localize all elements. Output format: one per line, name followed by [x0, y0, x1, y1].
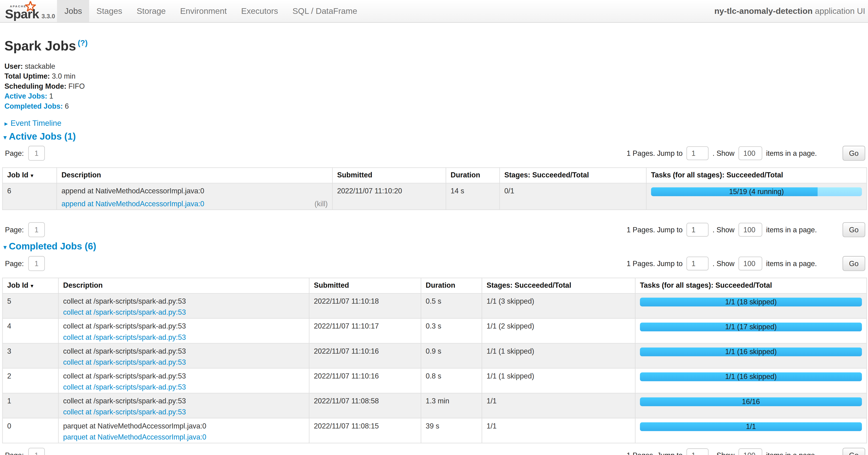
- jump-to-input[interactable]: [687, 256, 709, 270]
- go-button[interactable]: Go: [842, 256, 865, 271]
- event-timeline-toggle[interactable]: ▸Event Timeline: [4, 118, 865, 127]
- description-cell: collect at /spark-scripts/spark-ad.py:53…: [58, 293, 309, 318]
- column-header[interactable]: Tasks (for all stages): Succeeded/Total: [646, 168, 867, 183]
- tab-environment[interactable]: Environment: [173, 0, 234, 22]
- column-header[interactable]: Description: [57, 168, 332, 183]
- job-detail-link[interactable]: collect at /spark-scripts/spark-ad.py:53: [63, 383, 186, 391]
- pagination-row: Page: 1 Pages. Jump to . Show items in a…: [2, 222, 865, 237]
- summary-value: 3.0 min: [50, 72, 75, 80]
- nav-tabs: JobsStagesStorageEnvironmentExecutorsSQL…: [57, 0, 364, 22]
- go-button[interactable]: Go: [842, 448, 865, 455]
- items-text: items in a page.: [766, 149, 817, 157]
- sort-desc-icon: ▾: [31, 172, 33, 178]
- spark-brand[interactable]: APACHE Spark 3.3.0: [0, 0, 57, 22]
- stages-cell: 1/1 (1 skipped): [482, 343, 635, 368]
- column-header[interactable]: Description: [58, 278, 309, 293]
- page-input[interactable]: [28, 145, 45, 161]
- tab-storage[interactable]: Storage: [129, 0, 173, 22]
- column-header-label: Tasks (for all stages): Succeeded/Total: [640, 281, 772, 289]
- progress-label: 1/1 (16 skipped): [640, 347, 862, 357]
- column-header[interactable]: Duration: [446, 168, 499, 183]
- event-timeline-label: Event Timeline: [10, 118, 61, 127]
- page-input[interactable]: [28, 222, 45, 237]
- tab-jobs[interactable]: Jobs: [57, 0, 89, 22]
- description-sub-line: collect at /spark-scripts/spark-ad.py:53: [63, 408, 305, 417]
- column-header-label: Stages: Succeeded/Total: [487, 281, 571, 289]
- jump-to-input[interactable]: [687, 448, 709, 455]
- job-detail-link[interactable]: collect at /spark-scripts/spark-ad.py:53: [63, 308, 186, 316]
- summary-item: User: stackable: [4, 61, 865, 72]
- column-header[interactable]: Job Id▾: [3, 278, 59, 293]
- tasks-progress-bar: 1/1 (16 skipped): [640, 372, 862, 381]
- table-header-row: Job Id▾DescriptionSubmittedDurationStage…: [3, 278, 867, 293]
- jump-to-input[interactable]: [687, 223, 709, 236]
- description-cell: parquet at NativeMethodAccessorImpl.java…: [58, 418, 309, 443]
- duration-cell: 0.3 s: [421, 318, 482, 343]
- summary-item: Completed Jobs: 6: [4, 102, 865, 111]
- summary-label[interactable]: Completed Jobs:: [4, 102, 63, 110]
- description-cell: collect at /spark-scripts/spark-ad.py:53…: [58, 368, 309, 393]
- tab-executors[interactable]: Executors: [234, 0, 285, 22]
- description-cell: collect at /spark-scripts/spark-ad.py:53…: [58, 343, 309, 368]
- progress-label: 16/16: [640, 397, 862, 406]
- show-count-input[interactable]: [738, 146, 762, 160]
- pages-text: 1 Pages. Jump to: [626, 451, 683, 455]
- description-text: collect at /spark-scripts/spark-ad.py:53: [63, 322, 305, 331]
- description-text: collect at /spark-scripts/spark-ad.py:53: [63, 347, 305, 356]
- summary-label: User:: [4, 62, 23, 70]
- submitted-cell: 2022/11/07 11:10:20: [332, 183, 446, 210]
- column-header[interactable]: Job Id▾: [3, 168, 57, 183]
- app-name: ny-tlc-anomaly-detection: [714, 6, 812, 16]
- column-header[interactable]: Stages: Succeeded/Total: [499, 168, 646, 183]
- active-jobs-header[interactable]: ▾Active Jobs (1): [3, 132, 865, 143]
- tasks-progress-bar: 1/1 (17 skipped): [640, 322, 862, 331]
- description-sub-line: (kill)append at NativeMethodAccessorImpl…: [61, 199, 328, 208]
- job-detail-link[interactable]: collect at /spark-scripts/spark-ad.py:53: [63, 358, 186, 366]
- tab-sql-dataframe[interactable]: SQL / DataFrame: [285, 0, 365, 22]
- job-detail-link[interactable]: parquet at NativeMethodAccessorImpl.java…: [63, 433, 206, 441]
- job-detail-link[interactable]: collect at /spark-scripts/spark-ad.py:53: [63, 408, 186, 416]
- pagination-row: Page: 1 Pages. Jump to . Show items in a…: [2, 145, 865, 161]
- column-header[interactable]: Duration: [421, 278, 482, 293]
- column-header[interactable]: Submitted: [309, 278, 421, 293]
- stages-cell: 1/1 (2 skipped): [482, 318, 635, 343]
- jump-to-input[interactable]: [687, 146, 709, 160]
- job-detail-link[interactable]: append at NativeMethodAccessorImpl.java:…: [61, 199, 204, 208]
- tasks-cell: 1/1 (17 skipped): [635, 318, 867, 343]
- page-input[interactable]: [28, 256, 45, 271]
- show-count-input[interactable]: [738, 223, 762, 236]
- summary-value: 1: [47, 92, 53, 100]
- active-jobs-table: Job Id▾DescriptionSubmittedDurationStage…: [2, 167, 867, 210]
- app-title-suffix: application UI: [813, 6, 865, 16]
- show-count-input[interactable]: [738, 448, 762, 455]
- stages-cell: 1/1 (3 skipped): [482, 293, 635, 318]
- job-id-cell: 4: [3, 318, 59, 343]
- summary-item: Active Jobs: 1: [4, 91, 865, 102]
- description-text: collect at /spark-scripts/spark-ad.py:53: [63, 297, 305, 306]
- kill-link[interactable]: (kill): [315, 199, 328, 208]
- progress-label: 1/1: [640, 422, 862, 431]
- summary-item: Scheduling Mode: FIFO: [4, 81, 865, 91]
- stages-cell: 1/1 (1 skipped): [482, 368, 635, 393]
- go-button[interactable]: Go: [842, 145, 865, 161]
- column-header[interactable]: Tasks (for all stages): Succeeded/Total: [635, 278, 867, 293]
- summary-label: Total Uptime:: [4, 72, 50, 80]
- completed-jobs-header[interactable]: ▾Completed Jobs (6): [3, 241, 865, 253]
- description-sub-line: collect at /spark-scripts/spark-ad.py:53: [63, 333, 305, 342]
- page-input[interactable]: [28, 448, 45, 455]
- summary-label[interactable]: Active Jobs:: [4, 92, 48, 100]
- active-jobs-title: Active Jobs (1): [9, 132, 76, 142]
- show-count-input[interactable]: [738, 256, 762, 270]
- submitted-cell: 2022/11/07 11:10:16: [309, 368, 421, 393]
- column-header-label: Tasks (for all stages): Succeeded/Total: [651, 171, 783, 179]
- pagination-row: Page: 1 Pages. Jump to . Show items in a…: [2, 256, 865, 271]
- column-header[interactable]: Submitted: [332, 168, 446, 183]
- column-header[interactable]: Stages: Succeeded/Total: [482, 278, 635, 293]
- pager-controls: 1 Pages. Jump to . Show items in a page.…: [626, 222, 865, 237]
- job-detail-link[interactable]: collect at /spark-scripts/spark-ad.py:53: [63, 333, 186, 341]
- tab-stages[interactable]: Stages: [89, 0, 130, 22]
- go-button[interactable]: Go: [842, 222, 865, 237]
- items-text: items in a page.: [766, 225, 817, 233]
- table-row: 2collect at /spark-scripts/spark-ad.py:5…: [3, 368, 867, 393]
- help-link[interactable]: (?): [78, 38, 88, 47]
